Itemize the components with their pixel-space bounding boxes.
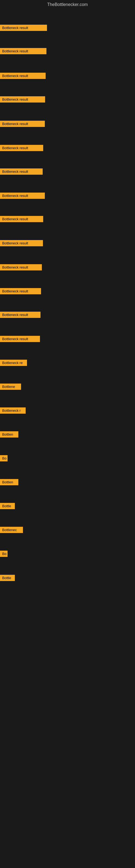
bottleneck-result-item[interactable]: Bottleneck result — [0, 168, 43, 175]
bottleneck-result-item[interactable]: Bottleneck re — [0, 360, 27, 366]
bottleneck-result-item[interactable]: Bottleneck result — [0, 96, 45, 102]
bottleneck-result-item[interactable]: Bottle — [0, 575, 15, 581]
bottleneck-result-item[interactable]: Bottleneck r — [0, 407, 26, 414]
bottleneck-result-item[interactable]: Bottlenec — [0, 527, 23, 533]
bottleneck-result-item[interactable]: Bottleneck result — [0, 121, 45, 127]
bottleneck-result-item[interactable]: Bottleneck result — [0, 48, 46, 54]
bottleneck-result-item[interactable]: Bottleneck result — [0, 25, 47, 31]
bottleneck-result-item[interactable]: Bottleneck result — [0, 288, 41, 294]
bottleneck-result-item[interactable]: Bo — [0, 455, 8, 461]
bottleneck-result-item[interactable]: Bottleneck result — [0, 264, 42, 271]
bottleneck-result-item[interactable]: Bottleneck result — [0, 336, 40, 342]
bottleneck-result-item[interactable]: Bo — [0, 551, 8, 557]
bottleneck-result-item[interactable]: Bottleneck result — [0, 240, 43, 246]
site-title: TheBottlenecker.com — [0, 0, 135, 9]
bottleneck-result-item[interactable]: Bottlen — [0, 479, 18, 485]
bottleneck-result-item[interactable]: Bottleneck result — [0, 193, 45, 199]
bottleneck-result-item[interactable]: Bottleneck result — [0, 145, 43, 151]
bottleneck-result-item[interactable]: Bottleneck result — [0, 73, 46, 79]
bottleneck-result-item[interactable]: Bottlene — [0, 383, 21, 390]
bottleneck-result-item[interactable]: Bottle — [0, 503, 15, 509]
bottleneck-result-item[interactable]: Bottlen — [0, 431, 18, 437]
bottleneck-result-item[interactable]: Bottleneck result — [0, 312, 41, 318]
bottleneck-result-item[interactable]: Bottleneck result — [0, 216, 43, 222]
